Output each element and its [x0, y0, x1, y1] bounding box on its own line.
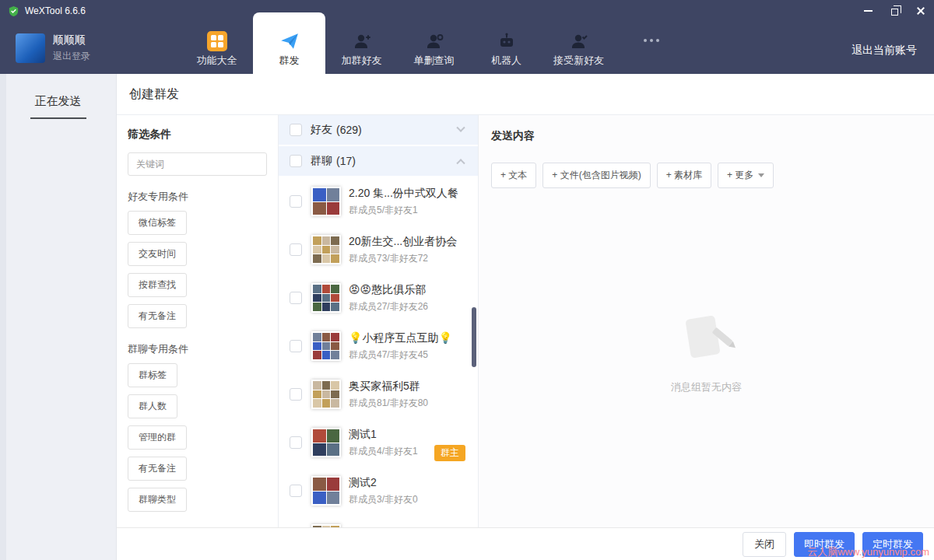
groups-select-all-checkbox[interactable]: [290, 155, 302, 167]
content-actions: + 文本 + 文件(包含图片视频) + 素材库 + 更多: [491, 163, 922, 188]
send-now-button[interactable]: 即时群发: [794, 532, 855, 557]
tab-label: 功能大全: [197, 55, 237, 65]
list-item-partial[interactable]: [279, 515, 478, 527]
chevron-up-icon: [456, 159, 465, 167]
group-name: 测试1: [349, 428, 418, 442]
send-content-panel: 发送内容 + 文本 + 文件(包含图片视频) + 素材库 + 更多: [479, 115, 934, 527]
paper-plane-icon: [279, 31, 300, 51]
item-checkbox[interactable]: [290, 243, 302, 256]
grid-icon: [207, 31, 227, 51]
group-list: 2.20 集...份中式双人餐 群成员5/非好友1 20新生交...创业者协会 …: [279, 177, 478, 527]
group-avatar: [311, 476, 341, 506]
list-item[interactable]: 测试1 群成员4/非好友1 群主: [279, 418, 478, 467]
owner-badge: 群主: [434, 445, 465, 461]
restore-icon: [891, 9, 898, 16]
filter-panel: 筛选条件 好友专用条件 微信标签 交友时间 按群查找 有无备注 群聊专用条件 群…: [117, 115, 279, 527]
groups-header-label: 群聊: [311, 154, 332, 168]
list-item[interactable]: 奥买家福利5群 群成员81/非好友80: [279, 370, 478, 418]
sidebar-tab-label: 正在发送: [30, 94, 86, 119]
groups-count: (17): [336, 155, 356, 167]
send-scheduled-button[interactable]: 定时群发: [862, 532, 923, 557]
group-avatar: [311, 283, 341, 313]
list-item[interactable]: 💡小程序互点互助💡 群成员47/非好友45: [279, 322, 478, 370]
logout-account-button[interactable]: 退出当前账号: [851, 43, 917, 57]
filter-button-group-size[interactable]: 群人数: [128, 394, 177, 418]
page-title: 创建群发: [129, 86, 179, 103]
window-controls: [855, 0, 934, 22]
close-button[interactable]: [908, 0, 934, 22]
tab-delete-check[interactable]: 单删查询: [398, 22, 470, 74]
main-nav: 功能大全 群发 加群好友 单删查询: [181, 22, 687, 74]
friends-header-row[interactable]: 好友 (629): [279, 115, 478, 146]
item-checkbox[interactable]: [290, 485, 302, 497]
list-item[interactable]: 2.20 集...份中式双人餐 群成员5/非好友1: [279, 177, 478, 226]
user-block: 顺顺顺 退出登录: [16, 22, 163, 74]
close-panel-button[interactable]: 关闭: [743, 532, 786, 557]
tab-join-group-friends[interactable]: 加群好友: [325, 22, 398, 74]
group-member-info: 群成员73/非好友72: [349, 252, 457, 265]
filter-button-find-by-group[interactable]: 按群查找: [128, 273, 187, 297]
filter-button-managed-groups[interactable]: 管理的群: [128, 425, 187, 450]
group-member-info: 群成员27/非好友26: [349, 300, 428, 313]
group-name: 测试2: [349, 476, 418, 490]
tab-accept-new-friends[interactable]: 接受新好友: [542, 22, 615, 74]
item-checkbox[interactable]: [290, 436, 302, 449]
material-library-button[interactable]: + 素材库: [657, 163, 711, 188]
list-item[interactable]: 😡😡憨比俱乐部 群成员27/非好友26: [279, 274, 478, 322]
add-file-button[interactable]: + 文件(包含图片视频): [542, 163, 650, 188]
group-name: 2.20 集...份中式双人餐: [349, 187, 458, 201]
footer: 关闭 即时群发 定时群发 云人脑www.yunyunvip.com: [117, 527, 934, 560]
group-name: 奥买家福利5群: [349, 380, 428, 394]
filter-button-group-has-remark[interactable]: 有无备注: [128, 457, 187, 481]
more-icon: [644, 39, 659, 42]
group-filter-section-label: 群聊专用条件: [128, 342, 267, 356]
filter-button-has-remark[interactable]: 有无备注: [128, 304, 187, 328]
list-item[interactable]: 20新生交...创业者协会 群成员73/非好友72: [279, 226, 478, 274]
group-avatar: [311, 235, 341, 264]
item-checkbox[interactable]: [290, 195, 302, 208]
caret-down-icon: [758, 173, 764, 177]
restore-button[interactable]: [881, 0, 908, 22]
keyword-input[interactable]: [128, 152, 267, 176]
add-text-button[interactable]: + 文本: [491, 163, 536, 188]
minimize-icon: [864, 10, 873, 12]
tab-mass-send[interactable]: 群发: [253, 12, 325, 74]
friends-count: (629): [336, 124, 362, 136]
filter-button-wechat-tag[interactable]: 微信标签: [128, 211, 187, 235]
more-dropdown-button[interactable]: + 更多: [718, 163, 774, 188]
send-content-title: 发送内容: [491, 129, 922, 143]
groups-header-row[interactable]: 群聊 (17): [279, 146, 478, 177]
item-checkbox[interactable]: [290, 292, 302, 304]
group-name: 💡小程序互点互助💡: [349, 331, 452, 345]
more-dropdown-label: + 更多: [727, 169, 753, 182]
app-title: WeXTool 6.6.6: [25, 5, 86, 16]
group-list-panel: 好友 (629) 群聊 (17): [279, 115, 479, 527]
filter-button-group-tag[interactable]: 群标签: [128, 363, 177, 387]
sidebar-tab-sending[interactable]: 正在发送: [0, 94, 116, 119]
tab-robot[interactable]: 机器人: [470, 22, 542, 74]
list-item[interactable]: 测试2 群成员3/非好友0: [279, 467, 478, 515]
sidebar: 正在发送: [0, 74, 117, 560]
logout-link[interactable]: 退出登录: [53, 50, 90, 63]
tab-more[interactable]: [615, 22, 687, 74]
friends-select-all-checkbox[interactable]: [290, 124, 302, 136]
tab-all-features[interactable]: 功能大全: [181, 22, 253, 74]
filter-button-friend-time[interactable]: 交友时间: [128, 242, 187, 266]
app-logo-icon: [8, 5, 20, 17]
minimize-button[interactable]: [855, 0, 881, 22]
page-header: 创建群发: [117, 74, 934, 115]
empty-note-icon: [669, 311, 744, 369]
scrollbar-thumb[interactable]: [472, 307, 476, 367]
item-checkbox[interactable]: [290, 388, 302, 401]
group-name: 😡😡憨比俱乐部: [349, 283, 428, 297]
tab-label: 接受新好友: [553, 55, 604, 65]
tab-label: 加群好友: [342, 55, 382, 65]
item-checkbox[interactable]: [290, 340, 302, 352]
group-member-info: 群成员3/非好友0: [349, 493, 418, 506]
wextool-window: WeXTool 6.6.6 顺顺顺 退出登录 功能大全: [0, 0, 934, 560]
filter-button-group-type[interactable]: 群聊类型: [128, 488, 187, 512]
tab-label: 单删查询: [414, 55, 455, 65]
add-friend-icon: [352, 31, 372, 51]
group-member-info: 群成员47/非好友45: [349, 348, 452, 362]
close-icon: [916, 6, 925, 16]
